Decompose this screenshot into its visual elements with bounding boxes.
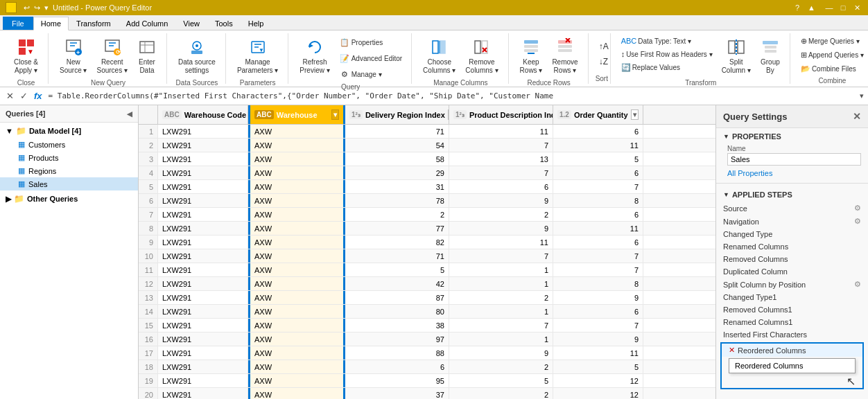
step-item-reordered-columns[interactable]: ✕Reordered Columns (722, 344, 862, 357)
close-button[interactable]: ✕ (851, 3, 862, 12)
remove-columns-button[interactable]: RemoveColumns ▾ (461, 35, 502, 78)
query-item-regions[interactable]: ▦ Regions (0, 164, 138, 177)
append-queries-button[interactable]: ⊞ Append Queries ▾ (797, 48, 867, 62)
query-item-sales[interactable]: ▦ Sales (0, 177, 138, 190)
combine-files-button[interactable]: 📂 Combine Files (797, 62, 867, 76)
step-item-source[interactable]: Source⚙ (716, 202, 868, 215)
main-content: Queries [4] ◀ ▼ 📁 Data Model [4] ▦ Custo… (0, 105, 868, 399)
maximize-button[interactable]: □ (837, 3, 849, 12)
query-settings-close-button[interactable]: ✕ (853, 111, 861, 122)
query-item-products[interactable]: ▦ Products (0, 151, 138, 164)
formula-accept-button[interactable]: ✓ (18, 90, 30, 102)
ribbon-group-new-query: + NewSource ▾ ⟳ RecentSources ▾ (50, 33, 167, 84)
col-header-delivery-region[interactable]: 1²₃ Delivery Region Index ▾ (345, 105, 449, 124)
svg-rect-18 (191, 51, 202, 54)
step-item-navigation[interactable]: Navigation⚙ (716, 215, 868, 228)
step-item-changed-type1[interactable]: Changed Type1 (716, 291, 868, 303)
advanced-editor-button[interactable]: 📝 Advanced Editor (336, 51, 406, 66)
tab-home[interactable]: Home (33, 17, 69, 30)
quick-access-redo[interactable]: ↪ (34, 3, 40, 12)
query-item-customers[interactable]: ▦ Customers (0, 138, 138, 151)
use-first-row-button[interactable]: ↕ Use First Row as Headers ▾ (618, 48, 716, 60)
data-model-group-header[interactable]: ▼ 📁 Data Model [4] (0, 124, 138, 138)
new-source-button[interactable]: + NewSource ▾ (55, 35, 91, 78)
tab-view[interactable]: View (175, 17, 207, 30)
remove-rows-button[interactable]: RemoveRows ▾ (548, 35, 582, 78)
formula-text[interactable]: = Table.ReorderColumns(#"Inserted First … (49, 91, 856, 100)
split-column-button[interactable]: SplitColumn ▾ (718, 35, 755, 78)
product-desc-cell: 9 (449, 346, 553, 360)
product-desc-cell: 2 (449, 208, 553, 221)
data-type-button[interactable]: ABC Data Type: Text ▾ (618, 35, 716, 47)
title-bar-controls: ? ▲ — □ ✕ (795, 3, 862, 12)
other-queries-header[interactable]: ▶ 📁 Other Queries (0, 192, 138, 206)
col-header-warehouse-code[interactable]: ABC Warehouse Code ▾ (158, 105, 248, 124)
warehouse-cell: AXW (248, 332, 345, 346)
step-settings-icon-6[interactable]: ⚙ (854, 280, 861, 289)
table-row: 19LXW291AXW95512 (139, 374, 715, 388)
step-error-icon: ✕ (729, 346, 735, 355)
quick-access-save[interactable]: ▾ (44, 3, 49, 12)
step-item-removed-columns1[interactable]: Removed Columns1 (716, 303, 868, 316)
formula-cancel-button[interactable]: ✕ (4, 90, 16, 102)
warehouse-cell: AXW (248, 194, 345, 207)
keep-rows-button[interactable]: KeepRows ▾ (516, 35, 547, 78)
manage-button[interactable]: ⚙ Manage ▾ (336, 66, 406, 82)
group-by-button[interactable]: GroupBy (756, 35, 784, 78)
data-source-settings-button[interactable]: Data sourcesettings (174, 35, 220, 78)
warehouse-filter-button[interactable]: ▾ (331, 109, 339, 120)
sort-desc-button[interactable]: ↓Z (596, 55, 611, 69)
order-qty-cell: 9 (553, 291, 643, 304)
svg-text:▼: ▼ (259, 47, 264, 53)
col-header-product-desc[interactable]: 1²₃ Product Description Index ▾ (449, 105, 553, 124)
ribbon-collapse-icon[interactable]: ▲ (808, 3, 815, 12)
delivery-region-cell: 80 (345, 305, 449, 318)
tab-file[interactable]: File (3, 17, 33, 30)
tab-transform[interactable]: Transform (69, 17, 119, 30)
col-header-order-qty[interactable]: 1.2 Order Quantity ▾ (553, 105, 643, 124)
order-qty-filter-button[interactable]: ▾ (631, 109, 639, 120)
ribbon-group-close: ▼ Close &Apply ▾ Close (4, 33, 49, 84)
name-label: Name (727, 145, 861, 152)
tab-add-column[interactable]: Add Column (119, 17, 176, 30)
recent-sources-button[interactable]: ⟳ RecentSources ▾ (92, 35, 131, 78)
query-settings-panel: Query Settings ✕ ▼ PROPERTIES Name All P… (715, 105, 868, 399)
steps-collapse-icon[interactable]: ▼ (723, 191, 729, 198)
properties-button[interactable]: 📋 Properties (336, 35, 406, 50)
help-icon[interactable]: ? (795, 3, 799, 12)
name-input[interactable] (727, 153, 861, 166)
refresh-preview-button[interactable]: RefreshPreview ▾ (295, 35, 333, 78)
formula-expand-button[interactable]: ▾ (860, 91, 864, 100)
step-item-removed-columns[interactable]: Removed Columns (716, 253, 868, 265)
step-item-inserted-first-characters[interactable]: Inserted First Characters (716, 328, 868, 341)
close-apply-button[interactable]: ▼ Close &Apply ▾ (10, 35, 42, 78)
merge-queries-button[interactable]: ⊕ Merge Queries ▾ (797, 35, 867, 48)
step-item-renamed-columns1[interactable]: Renamed Columns1 (716, 316, 868, 328)
minimize-button[interactable]: — (824, 3, 835, 12)
properties-collapse-icon[interactable]: ▼ (723, 133, 729, 140)
product-desc-cell: 2 (449, 291, 553, 304)
delivery-region-cell: 71 (345, 249, 449, 263)
tab-tools[interactable]: Tools (207, 17, 241, 30)
step-item-renamed-columns[interactable]: Renamed Columns (716, 240, 868, 253)
product-desc-cell: 5 (449, 374, 553, 387)
choose-columns-button[interactable]: ChooseColumns ▾ (419, 35, 460, 78)
order-qty-cell: 12 (553, 388, 643, 399)
queries-collapse-button[interactable]: ◀ (127, 110, 132, 118)
step-item-duplicated-column[interactable]: Duplicated Column (716, 265, 868, 278)
warehouse-cell: AXW (248, 277, 345, 290)
step-settings-icon-1[interactable]: ⚙ (854, 217, 861, 226)
step-item-split-column-by-position[interactable]: Split Column by Position⚙ (716, 278, 868, 291)
quick-access-undo[interactable]: ↩ (24, 3, 30, 12)
tab-help[interactable]: Help (241, 17, 272, 30)
replace-values-button[interactable]: 🔄 Replace Values (618, 61, 716, 74)
all-properties-link[interactable]: All Properties (727, 169, 772, 177)
sort-asc-button[interactable]: ↑A (596, 39, 612, 53)
step-item-changed-type[interactable]: Changed Type (716, 228, 868, 240)
enter-data-button[interactable]: EnterData (133, 35, 161, 78)
col-header-warehouse[interactable]: ABC Warehouse ▾ (248, 105, 345, 124)
ribbon-group-combine: ⊕ Merge Queries ▾ ⊞ Append Queries ▾ 📂 C… (792, 33, 868, 84)
manage-parameters-button[interactable]: ▼ ManageParameters ▾ (233, 35, 282, 78)
step-settings-icon-0[interactable]: ⚙ (854, 204, 861, 213)
keep-rows-label: KeepRows ▾ (520, 58, 543, 75)
